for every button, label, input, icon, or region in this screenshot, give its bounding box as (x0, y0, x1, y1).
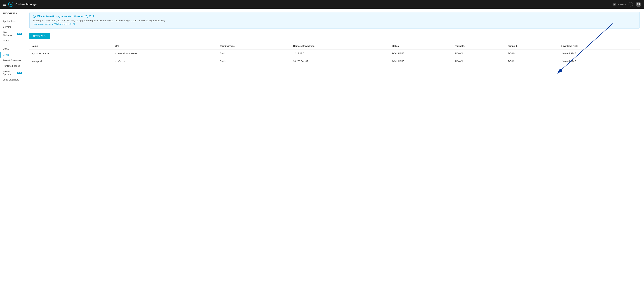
cell-routing-type: Static (218, 49, 291, 57)
new-badge-private: NEW (17, 72, 22, 74)
cell-remote-ip: 34.230.34.107 (291, 57, 390, 65)
menu-icon[interactable] (3, 3, 6, 5)
brand-icon (8, 2, 13, 7)
col-remote-ip: Remote IP Address (291, 43, 390, 49)
cell-vpc: vpc-for-vpn (112, 57, 218, 65)
sidebar-item-vpns[interactable]: VPNs (0, 52, 25, 57)
banner-title: i VPN Automatic upgrades start October 2… (33, 15, 636, 18)
sidebar-item-applications[interactable]: Applications (0, 18, 25, 24)
sidebar-item-servers[interactable]: Servers (0, 24, 25, 29)
cell-name: my-vpn-example (30, 49, 112, 57)
table-row[interactable]: real-vpn-1 vpc-for-vpn Static 34.230.34.… (30, 57, 640, 65)
cell-status: AVAILABLE (390, 49, 453, 57)
sidebar-item-vpcs[interactable]: VPCs (0, 46, 25, 52)
sidebar-item-label: Alerts (3, 39, 9, 42)
sidebar-item-label: Runtime Fabrics (3, 64, 20, 67)
svg-point-1 (10, 4, 11, 5)
sidebar-item-label: VPCs (3, 48, 9, 50)
main-content: i VPN Automatic upgrades start October 2… (25, 8, 644, 69)
cell-status: AVAILABLE (390, 57, 453, 65)
col-name: Name (30, 43, 112, 49)
col-routing-type: Routing Type (218, 43, 291, 49)
mulesoft-icon: M (613, 3, 616, 6)
sidebar-item-runtime-fabrics[interactable]: Runtime Fabrics (0, 63, 25, 69)
svg-text:i: i (34, 15, 34, 17)
col-downtime-risk: Downtime Risk (559, 43, 640, 49)
cell-downtime-risk: UNAVAILABLE (559, 49, 640, 57)
brand-logo: Runtime Manager (8, 2, 38, 7)
cell-tunnel1: DOWN (453, 57, 506, 65)
table-header: Name VPC Routing Type Remote IP Address … (30, 43, 640, 49)
cell-downtime-risk: UNAVAILABLE (559, 57, 640, 65)
cell-tunnel1: DOWN (453, 49, 506, 57)
sidebar-item-private-spaces[interactable]: Private Spaces NEW (0, 69, 25, 77)
banner-body: Starting on October 20, 2022, VPNs may b… (33, 19, 636, 26)
sidebar-item-label: Servers (3, 25, 11, 28)
create-vpn-button[interactable]: Create VPN (30, 33, 50, 39)
sidebar-item-transit-gateways[interactable]: Transit Gateways (0, 57, 25, 63)
sidebar-item-label: Flex Gateways (3, 31, 16, 36)
col-tunnel1: Tunnel 1 (453, 43, 506, 49)
sidebar-item-flex-gateways[interactable]: Flex Gateways NEW (0, 29, 25, 38)
mulesoft-label: M mulesoft (613, 3, 626, 6)
user-avatar[interactable]: AR (636, 1, 641, 7)
cell-tunnel2: DOWN (506, 49, 558, 57)
sidebar-item-label: Applications (3, 20, 16, 22)
env-label: PROD-TESTS (0, 11, 25, 17)
top-nav: Runtime Manager M mulesoft ? AR (0, 0, 644, 8)
sidebar-item-label: Private Spaces (3, 70, 16, 75)
cell-routing-type: Static (218, 57, 291, 65)
sidebar-item-load-balancers[interactable]: Load Balancers (0, 77, 25, 82)
info-banner: i VPN Automatic upgrades start October 2… (30, 12, 640, 28)
sidebar-item-label: VPNs (3, 53, 9, 56)
svg-text:M: M (614, 4, 615, 5)
cell-remote-ip: 12.12.12.0 (291, 49, 390, 57)
sidebar-item-alerts[interactable]: Alerts (0, 38, 25, 43)
sidebar-item-label: Transit Gateways (3, 59, 21, 62)
help-button[interactable]: ? (628, 2, 633, 6)
sidebar: PROD-TESTS Applications Servers Flex Gat… (0, 8, 25, 303)
info-icon: i (33, 15, 36, 18)
table-body: my-vpn-example vpc-load-balancer-test St… (30, 49, 640, 65)
col-status: Status (390, 43, 453, 49)
col-vpc: VPC (112, 43, 218, 49)
brand-title: Runtime Manager (15, 3, 38, 6)
col-tunnel2: Tunnel 2 (506, 43, 558, 49)
new-badge: NEW (17, 33, 22, 35)
sidebar-divider (0, 45, 25, 45)
vpn-table: Name VPC Routing Type Remote IP Address … (30, 43, 640, 65)
sidebar-item-label: Load Balancers (3, 78, 19, 81)
cell-name: real-vpn-1 (30, 57, 112, 65)
banner-link[interactable]: Learn more about VPN downtime risk (33, 23, 75, 25)
main-wrapper: i VPN Automatic upgrades start October 2… (25, 8, 644, 303)
cell-vpc: vpc-load-balancer-test (112, 49, 218, 57)
table-row[interactable]: my-vpn-example vpc-load-balancer-test St… (30, 49, 640, 57)
external-link-icon (73, 23, 75, 25)
cell-tunnel2: DOWN (506, 57, 558, 65)
